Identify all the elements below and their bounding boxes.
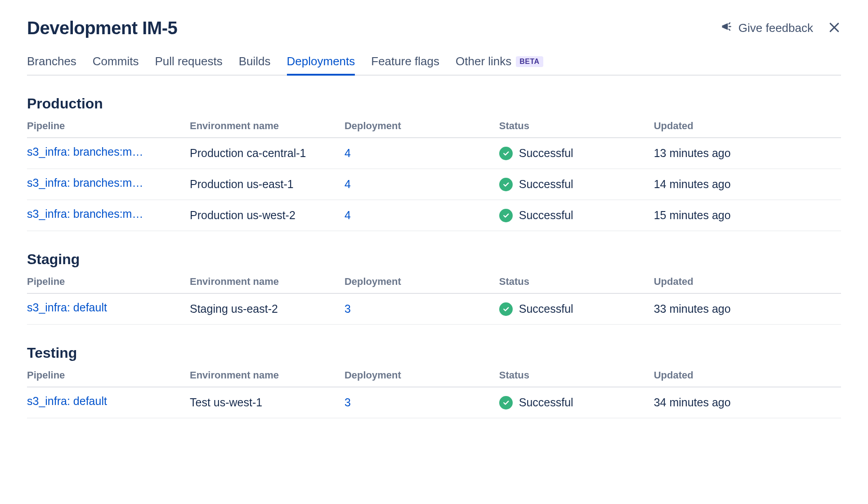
pipeline-link[interactable]: s3_infra: branches:mainl… <box>27 207 144 220</box>
column-header-updated: Updated <box>654 116 841 138</box>
column-header-status: Status <box>499 365 654 387</box>
deployments-table: PipelineEnvironment nameDeploymentStatus… <box>27 271 841 325</box>
deployment-link[interactable]: 3 <box>345 396 351 409</box>
column-header-pipeline: Pipeline <box>27 365 190 387</box>
give-feedback-button[interactable]: Give feedback <box>720 20 813 36</box>
column-header-deployment: Deployment <box>345 116 499 138</box>
status-cell: Successful <box>499 396 654 410</box>
tab-label: Builds <box>239 54 271 68</box>
status-text: Successful <box>519 396 573 409</box>
tab-label: Commits <box>93 54 139 68</box>
status-text: Successful <box>519 209 573 222</box>
megaphone-icon <box>720 20 733 36</box>
tab-label: Other links <box>456 54 511 68</box>
updated-time: 33 minutes ago <box>654 293 841 324</box>
header-actions: Give feedback <box>720 20 841 36</box>
deployment-link[interactable]: 4 <box>345 209 351 221</box>
updated-time: 34 minutes ago <box>654 387 841 418</box>
table-row: s3_infra: defaultTest us-west-13Successf… <box>27 387 841 418</box>
success-check-icon <box>499 302 513 316</box>
deployment-link[interactable]: 3 <box>345 302 351 315</box>
environment-name: Staging us-east-2 <box>190 293 345 324</box>
updated-time: 14 minutes ago <box>654 169 841 200</box>
column-header-deployment: Deployment <box>345 271 499 293</box>
tab-branches[interactable]: Branches <box>27 54 76 75</box>
tab-label: Deployments <box>287 54 355 68</box>
column-header-environment: Environment name <box>190 116 345 138</box>
section-staging: StagingPipelineEnvironment nameDeploymen… <box>27 251 841 325</box>
table-row: s3_infra: branches:mainl…Production us-e… <box>27 169 841 200</box>
header: Development IM-5 Give feedback <box>27 18 841 38</box>
deployment-link[interactable]: 4 <box>345 178 351 190</box>
deployments-table: PipelineEnvironment nameDeploymentStatus… <box>27 365 841 418</box>
column-header-environment: Environment name <box>190 365 345 387</box>
section-title: Staging <box>27 251 841 268</box>
pipeline-link[interactable]: s3_infra: branches:mainl… <box>27 176 144 189</box>
status-cell: Successful <box>499 302 654 316</box>
status-text: Successful <box>519 302 573 315</box>
beta-badge: BETA <box>516 56 543 67</box>
success-check-icon <box>499 209 513 222</box>
tab-label: Feature flags <box>371 54 439 68</box>
environment-name: Test us-west-1 <box>190 387 345 418</box>
success-check-icon <box>499 178 513 191</box>
tabs: BranchesCommitsPull requestsBuildsDeploy… <box>27 54 841 76</box>
success-check-icon <box>499 396 513 410</box>
environment-name: Production ca-central-1 <box>190 138 345 169</box>
status-cell: Successful <box>499 178 654 191</box>
tab-builds[interactable]: Builds <box>239 54 271 75</box>
updated-time: 13 minutes ago <box>654 138 841 169</box>
give-feedback-label: Give feedback <box>738 21 813 35</box>
pipeline-link[interactable]: s3_infra: default <box>27 395 107 408</box>
status-cell: Successful <box>499 209 654 222</box>
tab-other-links[interactable]: Other linksBETA <box>456 54 543 75</box>
column-header-pipeline: Pipeline <box>27 271 190 293</box>
section-title: Testing <box>27 345 841 361</box>
column-header-updated: Updated <box>654 365 841 387</box>
table-row: s3_infra: branches:mainl…Production us-w… <box>27 200 841 231</box>
tab-label: Pull requests <box>155 54 222 68</box>
tab-feature-flags[interactable]: Feature flags <box>371 54 439 75</box>
page-title: Development IM-5 <box>27 18 177 38</box>
table-row: s3_infra: branches:mainl…Production ca-c… <box>27 138 841 169</box>
column-header-environment: Environment name <box>190 271 345 293</box>
column-header-pipeline: Pipeline <box>27 116 190 138</box>
column-header-status: Status <box>499 116 654 138</box>
close-icon <box>828 21 841 36</box>
section-title: Production <box>27 95 841 112</box>
tab-deployments[interactable]: Deployments <box>287 54 355 75</box>
section-production: ProductionPipelineEnvironment nameDeploy… <box>27 95 841 231</box>
tab-label: Branches <box>27 54 76 68</box>
column-header-status: Status <box>499 271 654 293</box>
pipeline-link[interactable]: s3_infra: default <box>27 301 107 314</box>
column-header-deployment: Deployment <box>345 365 499 387</box>
environment-name: Production us-east-1 <box>190 169 345 200</box>
deployment-link[interactable]: 4 <box>345 147 351 159</box>
tab-commits[interactable]: Commits <box>93 54 139 75</box>
section-testing: TestingPipelineEnvironment nameDeploymen… <box>27 345 841 418</box>
status-cell: Successful <box>499 147 654 160</box>
column-header-updated: Updated <box>654 271 841 293</box>
deployments-table: PipelineEnvironment nameDeploymentStatus… <box>27 116 841 231</box>
table-row: s3_infra: defaultStaging us-east-23Succe… <box>27 293 841 324</box>
updated-time: 15 minutes ago <box>654 200 841 231</box>
close-button[interactable] <box>828 21 841 36</box>
success-check-icon <box>499 147 513 160</box>
status-text: Successful <box>519 147 573 160</box>
pipeline-link[interactable]: s3_infra: branches:mainl… <box>27 145 144 158</box>
tab-pull-requests[interactable]: Pull requests <box>155 54 222 75</box>
status-text: Successful <box>519 178 573 191</box>
environment-name: Production us-west-2 <box>190 200 345 231</box>
